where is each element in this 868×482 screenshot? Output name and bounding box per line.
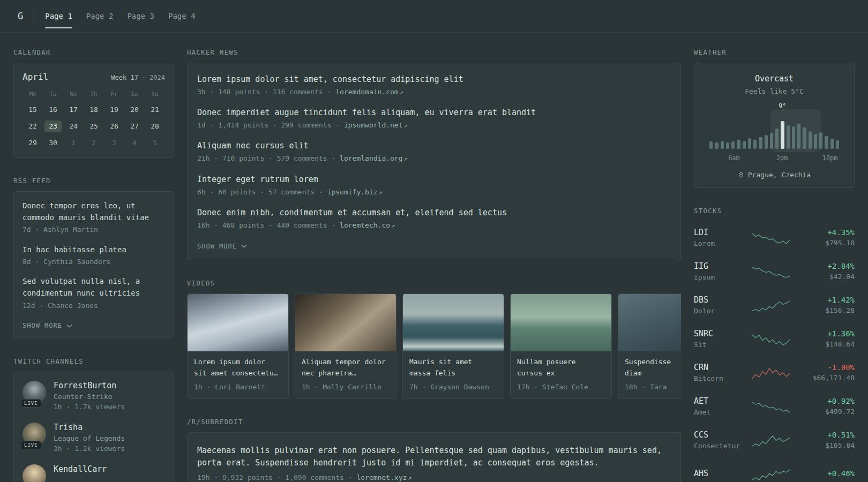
video-title[interactable]: Lorem ipsum dolor sit amet consectetu… — [194, 357, 282, 379]
rss-item-meta: 12d · Chance Jones — [23, 301, 165, 311]
post-meta: 19h · 9,932 points · 1,090 comments · lo… — [197, 473, 671, 482]
video-card[interactable]: Nullam posuere cursus ex 17h · Stefan Co… — [510, 293, 612, 399]
stock-row[interactable]: LDI Lorem +4.35% $795.18 — [694, 221, 855, 255]
rss-item: Donec tempor eros leo, ut commodo mauris… — [23, 200, 165, 235]
calendar-day: 25 — [85, 120, 102, 132]
channel-name[interactable]: Trisha — [54, 423, 125, 432]
page-tabs: Page 1 Page 2 Page 3 Page 4 — [45, 10, 195, 22]
hn-item-domain[interactable]: loremlandia.org — [340, 154, 402, 163]
video-title[interactable]: Aliquam tempor dolor nec pharetra… — [302, 357, 390, 379]
stock-name: Bitcorn — [694, 374, 747, 383]
hn-item-domain[interactable]: loremdomain.com — [335, 87, 398, 97]
stock-symbol: DBS — [694, 295, 747, 305]
weather-bar — [775, 129, 779, 149]
rss-show-more-button[interactable]: SHOW MORE — [23, 322, 72, 329]
post-title[interactable]: Maecenas mollis pulvinar erat non posuer… — [197, 445, 671, 470]
post-domain[interactable]: loremnet.xyz — [356, 473, 407, 482]
twitch-card: LIVE ForrestBurton Counter-Strike 1h · 1… — [13, 372, 174, 482]
calendar-day: 16 — [44, 104, 62, 116]
hn-item: Integer eget rutrum lorem 6h · 60 points… — [197, 174, 671, 197]
hn-item: Aliquam nec cursus elit 21h · 710 points… — [197, 140, 671, 163]
calendar-day: 24 — [65, 120, 82, 132]
external-link-icon: ↗ — [391, 222, 395, 229]
stock-row[interactable]: AET Amet +0.92% $499.72 — [694, 390, 855, 424]
calendar-year: 2024 — [149, 74, 165, 81]
channel-name[interactable]: KendallCarr — [54, 464, 107, 474]
page-tab[interactable]: Page 4 — [168, 10, 196, 22]
stock-symbol: AHS — [694, 469, 747, 478]
video-card-body: Suspendisse diam 18h · Tara — [618, 351, 681, 398]
hn-item-stats: 21h · 710 points · 579 comments · — [197, 154, 340, 162]
weather-location: Prague, Czechia — [703, 171, 845, 179]
chevron-down-icon — [66, 324, 72, 328]
hn-item-title[interactable]: Integer eget rutrum lorem — [197, 174, 671, 185]
weather-feels-like: Feels like 5°C — [703, 87, 845, 95]
app-logo[interactable]: G — [13, 11, 27, 21]
video-title[interactable]: Mauris sit amet massa felis — [409, 357, 497, 379]
video-card[interactable]: Lorem ipsum dolor sit amet consectetu… 1… — [187, 293, 289, 399]
page-tab[interactable]: Page 3 — [127, 10, 154, 22]
video-thumbnail[interactable] — [295, 294, 396, 351]
hn-item-title[interactable]: Lorem ipsum dolor sit amet, consectetur … — [197, 74, 671, 85]
video-card[interactable]: Mauris sit amet massa felis 7h · Grayson… — [402, 293, 504, 399]
calendar-day: 19 — [106, 104, 123, 116]
video-title[interactable]: Suspendisse diam — [625, 357, 681, 379]
video-thumbnail[interactable] — [403, 294, 504, 351]
stock-row[interactable]: SNRC Sit +1.36% $148.64 — [694, 322, 855, 356]
hn-item-domain[interactable]: ipsumworld.net — [344, 120, 403, 130]
video-thumbnail[interactable] — [188, 294, 288, 351]
video-thumbnail[interactable] — [618, 294, 681, 351]
channel-name[interactable]: ForrestBurton — [54, 381, 125, 390]
weather-bar — [803, 127, 806, 149]
stock-symbol: AET — [694, 396, 747, 406]
rss-item-title[interactable]: Sed volutpat nulla nisl, a condimentum n… — [23, 276, 165, 299]
video-meta: 7h · Grayson Dawson — [409, 382, 497, 392]
video-card-body: Nullam posuere cursus ex 17h · Stefan Co… — [511, 351, 611, 398]
channel-game[interactable]: Counter-Strike — [54, 393, 125, 401]
stocks-widget: STOCKS LDI Lorem +4.35% $795.18 — [694, 207, 855, 482]
nav-divider — [34, 7, 34, 25]
stock-symbol: LDI — [694, 228, 747, 237]
stock-row[interactable]: CCS Consectetur +0.51% $165.84 — [694, 424, 855, 457]
twitch-channel[interactable]: LIVE Trisha League of Legends 3h · 1.2k … — [23, 423, 165, 454]
page-tab[interactable]: Page 1 — [45, 10, 72, 22]
weather-bar — [814, 134, 817, 149]
video-thumbnail[interactable] — [511, 294, 611, 351]
video-card-body: Lorem ipsum dolor sit amet consectetu… 1… — [188, 351, 288, 398]
calendar-day-name: Sa — [124, 91, 145, 97]
rss-item-meta: 7d · Ashlyn Martin — [23, 225, 165, 235]
weather-bar — [748, 138, 751, 149]
rss-item-title[interactable]: Donec tempor eros leo, ut commodo mauris… — [23, 200, 165, 223]
calendar-days-grid: 1516171819202122232425262728293012345 — [23, 104, 165, 149]
hn-item-title[interactable]: Donec enim nibh, condimentum et accumsan… — [197, 207, 671, 219]
calendar-day: 17 — [65, 104, 82, 116]
stock-values: +4.35% $795.18 — [795, 228, 855, 248]
external-link-icon: ↗ — [408, 474, 411, 481]
channel-info: KendallCarr — [54, 464, 107, 482]
twitch-channel[interactable]: LIVE ForrestBurton Counter-Strike 1h · 1… — [23, 381, 165, 412]
avatar: LIVE — [23, 381, 46, 404]
stock-row[interactable]: AHS +0.46% — [694, 457, 855, 482]
stock-row[interactable]: IIG Ipsum +2.84% $42.04 — [694, 255, 855, 289]
video-card[interactable]: Suspendisse diam 18h · Tara — [618, 293, 681, 399]
rss-item-title[interactable]: In hac habitasse platea — [23, 244, 165, 256]
hn-item-domain[interactable]: loremtech.co — [340, 221, 390, 230]
hacker-news-widget: HACKER NEWS Lorem ipsum dolor sit amet, … — [187, 49, 681, 260]
live-badge: LIVE — [21, 441, 41, 449]
stock-row[interactable]: CRN Bitcorn -1.00% $66,171.48 — [694, 356, 855, 390]
hn-item-title[interactable]: Donec imperdiet augue tincidunt felis al… — [197, 107, 671, 118]
stock-name: Sit — [694, 340, 747, 350]
hn-item-title[interactable]: Aliquam nec cursus elit — [197, 140, 671, 152]
page-tab[interactable]: Page 2 — [86, 10, 114, 22]
hn-show-more-button[interactable]: SHOW MORE — [197, 243, 247, 250]
subreddit-widget-header: /R/SUBREDDIT — [187, 418, 681, 426]
calendar-day: 18 — [85, 104, 102, 116]
stock-row[interactable]: DBS Dolor +1.42% $156.28 — [694, 289, 855, 322]
channel-game[interactable]: League of Legends — [54, 434, 125, 442]
hn-item-domain[interactable]: ipsumify.biz — [327, 187, 378, 197]
video-card[interactable]: Aliquam tempor dolor nec pharetra… 1h · … — [295, 293, 396, 399]
stocks-widget-header: STOCKS — [694, 207, 855, 215]
video-meta: 17h · Stefan Cole — [517, 382, 605, 392]
video-title[interactable]: Nullam posuere cursus ex — [517, 357, 605, 379]
twitch-channel[interactable]: LIVE KendallCarr — [23, 464, 165, 482]
